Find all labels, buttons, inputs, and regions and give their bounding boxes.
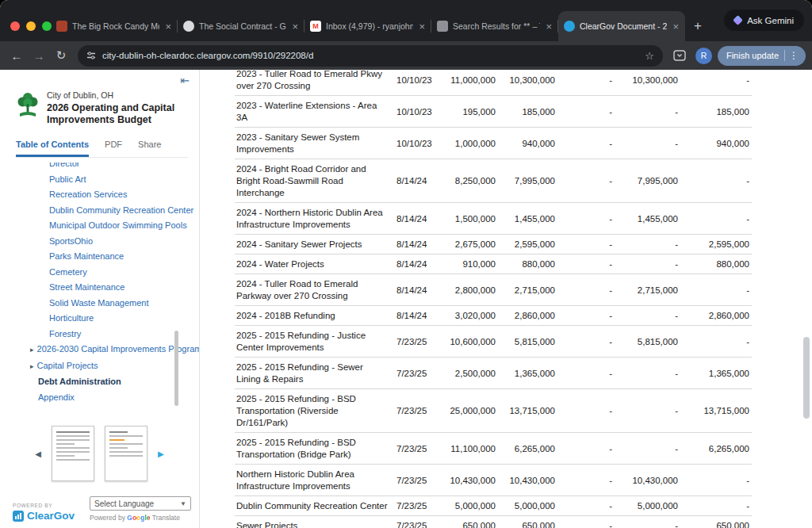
table-cell-c4: - <box>612 256 678 272</box>
browser-menu-icon[interactable]: ⋮ <box>784 50 802 61</box>
cleargov-branding[interactable]: POWERED BY ClearGov <box>13 503 75 522</box>
table-cell-date: 10/10/23 <box>396 72 444 88</box>
table-cell-c3: - <box>555 104 612 120</box>
language-select-value: Select Language <box>94 499 154 508</box>
table-cell-name: Sewer Projects <box>235 516 396 528</box>
sidebar-item-dublin-community-recreation-center[interactable]: Dublin Community Recreation Center <box>0 203 199 219</box>
document-viewer: 2023 - Tuller Road to Emerald Pkwy over … <box>200 70 812 528</box>
table-cell-c3: - <box>555 441 612 457</box>
tab-share[interactable]: Share <box>138 140 161 157</box>
page-thumbnail-next[interactable] <box>105 426 147 481</box>
close-window-button[interactable] <box>10 21 20 31</box>
tab-close-icon[interactable]: × <box>291 21 299 33</box>
bookmark-star-icon[interactable]: ☆ <box>640 50 659 62</box>
sidebar-item-cemetery[interactable]: Cemetery <box>0 265 199 281</box>
tab-close-icon[interactable]: × <box>545 21 553 33</box>
table-cell-c3: - <box>555 136 612 151</box>
sidebar-item-public-art[interactable]: Public Art <box>0 172 199 188</box>
previous-page-icon[interactable]: ◀ <box>35 450 41 458</box>
table-cell-date: 8/14/24 <box>396 308 444 323</box>
table-row: 2024 - Northern Historic Dublin Area Inf… <box>235 203 752 235</box>
chevron-right-icon: ▸ <box>30 342 34 358</box>
minimize-window-button[interactable] <box>26 21 36 31</box>
table-cell-name: 2024 - 2018B Refunding <box>235 306 396 325</box>
table-cell-c4: 10,430,000 <box>612 473 678 488</box>
table-cell-c2: 13,715,000 <box>496 403 555 419</box>
toc-scrollbar-thumb[interactable] <box>174 331 178 406</box>
page-thumbnail-current[interactable] <box>52 426 94 481</box>
table-cell-c2: 10,300,000 <box>496 72 555 88</box>
table-cell-c3: - <box>555 236 612 252</box>
table-cell-name: 2025 - 2015 Refunding - BSD Transportati… <box>235 389 396 432</box>
table-cell-c3: - <box>555 308 612 323</box>
sidebar-item-recreation-services[interactable]: Recreation Services <box>0 187 199 203</box>
table-cell-date: 7/23/25 <box>396 498 444 514</box>
table-cell-date: 10/10/23 <box>396 104 444 120</box>
tab-search-icon[interactable] <box>669 45 690 66</box>
table-cell-c5: 880,000 <box>678 256 749 272</box>
table-cell-name: 2023 - Sanitary Sewer System Improvement… <box>235 128 396 159</box>
ask-gemini-button[interactable]: Ask Gemini <box>724 10 804 31</box>
toc-item-label: Appendix <box>38 392 75 402</box>
sidebar-item-debt-administration[interactable]: Debt Administration <box>0 374 199 390</box>
table-cell-c5: - <box>678 72 749 88</box>
ask-gemini-label: Ask Gemini <box>747 16 794 25</box>
sidebar-item-director[interactable]: Director <box>0 163 199 172</box>
forward-icon[interactable]: → <box>29 45 49 66</box>
tab-table-of-contents[interactable]: Table of Contents <box>16 140 89 157</box>
table-cell-c4: - <box>612 403 678 419</box>
sidebar-item-parks-maintenance[interactable]: Parks Maintenance <box>0 249 199 265</box>
table-of-contents: DirectorPublic ArtRecreation ServicesDub… <box>0 163 199 415</box>
table-cell-name: 2025 - 2015 Refunding - BSD Transportati… <box>235 433 396 464</box>
language-select[interactable]: Select Language ▼ <box>90 496 191 511</box>
table-cell-c5: - <box>678 211 749 227</box>
table-cell-c1: 3,020,000 <box>444 308 496 323</box>
next-page-icon[interactable]: ▶ <box>158 450 164 458</box>
chevron-down-icon: ▼ <box>180 500 186 507</box>
table-cell-c5: - <box>678 473 749 488</box>
sidebar-item-2026-2030-capital-improvements-program[interactable]: ▸2026-2030 Capital Improvements Program <box>0 342 199 358</box>
reload-icon[interactable]: ↻ <box>51 45 71 66</box>
tab-favicon <box>564 21 575 32</box>
tab-close-icon[interactable]: × <box>418 21 426 33</box>
browser-tab[interactable]: ClearGov Document - 2026 O...× <box>558 11 685 41</box>
table-cell-date: 7/23/25 <box>396 365 444 381</box>
tab-close-icon[interactable]: × <box>164 21 172 33</box>
profile-avatar[interactable]: R <box>695 48 712 64</box>
table-cell-c2: 7,995,000 <box>496 173 555 189</box>
tab-close-icon[interactable]: × <box>672 21 680 33</box>
back-icon[interactable]: ← <box>6 45 27 66</box>
tab-favicon <box>183 21 194 32</box>
sidebar-item-capital-projects[interactable]: ▸Capital Projects <box>0 358 199 375</box>
new-tab-button[interactable]: + <box>687 15 709 37</box>
page-scrollbar-thumb[interactable] <box>803 337 810 419</box>
address-bar[interactable]: city-dublin-oh-cleardoc.cleargov.com/991… <box>78 45 663 67</box>
table-cell-c3: - <box>555 473 612 488</box>
browser-tab[interactable]: The Big Rock Candy Mountai...× <box>51 11 178 41</box>
chevron-right-icon: ▸ <box>30 359 34 375</box>
table-cell-c1: 1,000,000 <box>444 136 496 151</box>
collapse-sidebar-icon[interactable]: ⇤ <box>180 75 190 86</box>
sidebar-item-sportsohio[interactable]: SportsOhio <box>0 234 199 250</box>
toc-item-label: Street Maintenance <box>49 282 124 292</box>
browser-tab[interactable]: MInbox (4,979) - ryanjohnsont...× <box>304 11 431 41</box>
site-settings-icon[interactable] <box>86 51 96 60</box>
table-cell-c4: 10,300,000 <box>612 72 678 88</box>
table-cell-name: 2023 - Tuller Road to Emerald Pkwy over … <box>235 70 396 95</box>
gemini-sparkle-icon <box>733 15 743 25</box>
sidebar-item-appendix[interactable]: Appendix <box>0 390 199 406</box>
finish-update-button[interactable]: Finish update ⋮ <box>718 46 806 66</box>
table-cell-c4: 5,815,000 <box>612 334 678 350</box>
browser-tab[interactable]: The Social Contract - Google...× <box>178 11 304 41</box>
sidebar-item-horticulture[interactable]: Horticulture <box>0 311 199 327</box>
sidebar-item-solid-waste-management[interactable]: Solid Waste Management <box>0 296 199 312</box>
sidebar-item-street-maintenance[interactable]: Street Maintenance <box>0 280 199 296</box>
toc-item-label: Forestry <box>49 329 81 339</box>
table-cell-c1: 2,800,000 <box>444 282 496 298</box>
table-cell-date: 7/23/25 <box>396 403 444 419</box>
browser-tab[interactable]: Search Results for ** – The G...× <box>431 11 558 41</box>
sidebar-item-municipal-outdoor-swimming-pools[interactable]: Municipal Outdoor Swimming Pools <box>0 218 199 234</box>
tab-pdf[interactable]: PDF <box>105 140 122 157</box>
sidebar-item-forestry[interactable]: Forestry <box>0 327 199 342</box>
tab-strip: The Big Rock Candy Mountai...×The Social… <box>0 0 812 41</box>
